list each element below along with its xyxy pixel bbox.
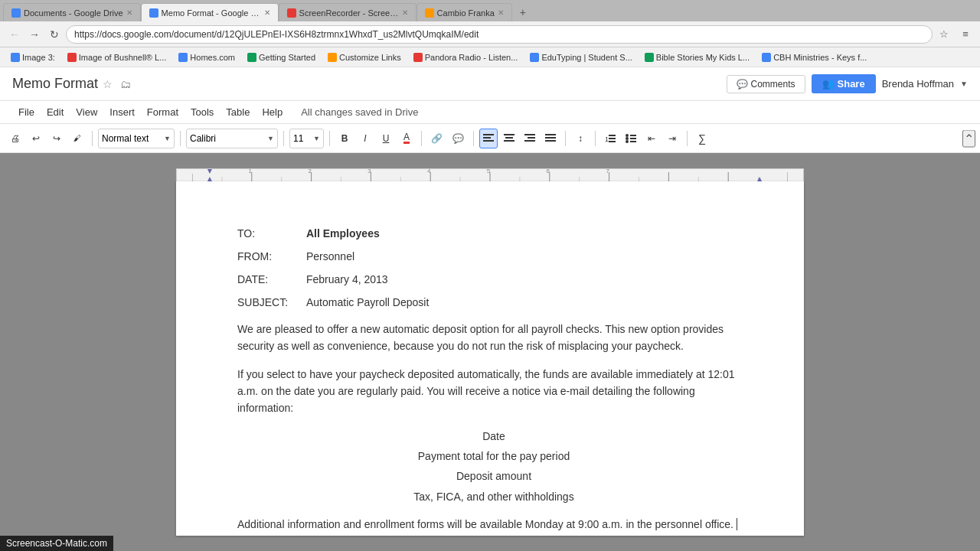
size-dropdown[interactable]: 11 ▼	[289, 129, 324, 148]
svg-rect-2	[483, 140, 494, 142]
forward-button[interactable]: →	[26, 26, 43, 43]
bookmark-pandora[interactable]: Pandora Radio - Listen...	[409, 51, 523, 64]
svg-point-21	[626, 137, 629, 140]
tab-screencast[interactable]: ScreenRecorder - Screencast ✕	[279, 3, 416, 21]
line-spacing-button[interactable]: ↕	[571, 129, 590, 148]
bookmark-homes[interactable]: Homes.com	[174, 51, 240, 64]
folder-icon[interactable]: 🗂	[120, 78, 131, 90]
doc-area[interactable]: 1 2 3 4 5 6 7 TO: All Employees FROM:	[0, 153, 980, 551]
svg-point-20	[626, 134, 629, 137]
increase-indent-button[interactable]: ⇥	[663, 129, 681, 148]
menu-table[interactable]: Table	[220, 103, 256, 121]
align-left-button[interactable]	[479, 129, 498, 148]
unordered-list-button[interactable]	[622, 129, 640, 148]
redo-button[interactable]: ↪	[47, 129, 66, 148]
svg-text:5: 5	[487, 168, 491, 174]
underline-button[interactable]: U	[377, 129, 395, 148]
separator2	[180, 131, 181, 146]
font-color-button[interactable]: A	[397, 129, 416, 148]
tab-gdrive[interactable]: Documents - Google Drive ✕	[3, 3, 141, 21]
svg-rect-17	[609, 135, 616, 136]
svg-rect-6	[504, 140, 514, 142]
svg-text:3: 3	[368, 168, 371, 174]
memo-list: Date Payment total for the pay period De…	[237, 428, 750, 506]
bookmark-icon-bushnell	[67, 53, 77, 62]
align-center-icon	[504, 134, 514, 143]
bookmark-label-pandora: Pandora Radio - Listen...	[425, 53, 518, 62]
tab-close-cambio[interactable]: ✕	[498, 8, 504, 17]
unordered-list-icon	[626, 134, 636, 143]
bookmark-customize[interactable]: Customize Links	[323, 51, 406, 64]
menu-insert[interactable]: Insert	[103, 103, 141, 121]
toolbar-collapse-button[interactable]: ⌃	[962, 130, 975, 148]
font-dropdown[interactable]: Calibri ▼	[186, 129, 278, 148]
back-button[interactable]: ←	[6, 26, 23, 43]
user-name: Brenda Hoffman	[882, 78, 954, 90]
save-status: All changes saved in Drive	[301, 106, 418, 118]
ruler-svg: 1 2 3 4 5 6 7	[192, 168, 788, 181]
menu-view[interactable]: View	[70, 103, 103, 121]
comment-inline-button[interactable]: 💬	[449, 129, 468, 148]
tab-cambio[interactable]: Cambio Franka ✕	[416, 3, 512, 21]
star-icon[interactable]: ☆	[103, 78, 113, 90]
tab-close-screencast[interactable]: ✕	[402, 8, 408, 17]
bookmark-edutyping[interactable]: EduTyping | Student S...	[525, 51, 636, 64]
align-right-button[interactable]	[521, 129, 539, 148]
settings-icon[interactable]: ≡	[957, 26, 974, 43]
memo-to-value: All Employees	[306, 227, 380, 240]
bookmark-getting-started[interactable]: Getting Started	[243, 51, 320, 64]
print-button[interactable]: 🖨	[6, 129, 24, 148]
doc-page[interactable]: TO: All Employees FROM: Personnel DATE: …	[176, 181, 804, 536]
align-justify-button[interactable]	[541, 129, 560, 148]
user-dropdown-arrow[interactable]: ▼	[960, 80, 968, 88]
style-dropdown[interactable]: Normal text ▼	[98, 129, 175, 148]
address-bar[interactable]	[66, 25, 933, 44]
menu-tools[interactable]: Tools	[185, 103, 220, 121]
menu-edit[interactable]: Edit	[41, 103, 70, 121]
memo-body: We are pleased to offer a new automatic …	[237, 321, 750, 533]
link-button[interactable]: 🔗	[427, 129, 446, 148]
bookmark-bushnell[interactable]: Image of Bushnell® L...	[63, 51, 172, 64]
bookmark-image3[interactable]: Image 3:	[6, 51, 60, 64]
share-button[interactable]: 👥 Share	[812, 74, 876, 93]
ruler: 1 2 3 4 5 6 7	[176, 168, 804, 181]
tab-label-gdocs: Memo Format - Google Drive	[162, 8, 261, 18]
svg-rect-25	[630, 141, 636, 142]
format-paint-button[interactable]: 🖌	[68, 129, 87, 148]
browser-tabs: Documents - Google Drive ✕ Memo Format -…	[0, 0, 980, 21]
tab-favicon-screencast	[287, 8, 296, 18]
italic-button[interactable]: I	[356, 129, 374, 148]
menu-file[interactable]: File	[12, 103, 41, 121]
memo-list-item-1: Payment total for the pay period	[237, 448, 750, 465]
bold-button[interactable]: B	[335, 129, 354, 148]
tab-close-gdocs[interactable]: ✕	[264, 8, 270, 17]
bookmark-bible[interactable]: Bible Stories My Kids L...	[640, 51, 754, 64]
menu-help[interactable]: Help	[256, 103, 289, 121]
comments-button[interactable]: 💬 Comments	[727, 75, 805, 93]
formula-button[interactable]: ∑	[693, 129, 711, 148]
doc-title: Memo Format	[12, 76, 98, 92]
tab-close-gdrive[interactable]: ✕	[126, 8, 132, 17]
tab-favicon-cambio	[425, 8, 434, 18]
menu-format[interactable]: Format	[141, 103, 185, 121]
browser-chrome: Documents - Google Drive ✕ Memo Format -…	[0, 0, 980, 67]
bookmark-star-icon[interactable]: ☆	[936, 26, 952, 43]
bookmark-cbh[interactable]: CBH Ministries - Keys f...	[757, 51, 871, 64]
svg-point-22	[626, 140, 629, 143]
separator4	[329, 131, 330, 146]
reload-button[interactable]: ↻	[46, 26, 63, 43]
app-topbar: Memo Format ☆ 🗂 💬 Comments 👥 Share Brend…	[0, 67, 980, 101]
bookmark-label-cbh: CBH Ministries - Keys f...	[773, 53, 867, 62]
nav-icons: ☆ ≡	[936, 26, 974, 43]
memo-list-item-0: Date	[237, 428, 750, 445]
svg-rect-4	[504, 134, 514, 135]
align-center-button[interactable]	[500, 129, 518, 148]
decrease-indent-button[interactable]: ⇤	[642, 129, 661, 148]
new-tab-button[interactable]: +	[512, 3, 531, 21]
style-dropdown-value: Normal text	[102, 133, 161, 144]
tab-gdocs[interactable]: Memo Format - Google Drive ✕	[141, 3, 279, 21]
separator3	[283, 131, 284, 146]
undo-button[interactable]: ↩	[27, 129, 45, 148]
bookmark-icon-homes	[178, 53, 188, 62]
ordered-list-button[interactable]: 1.	[601, 129, 619, 148]
